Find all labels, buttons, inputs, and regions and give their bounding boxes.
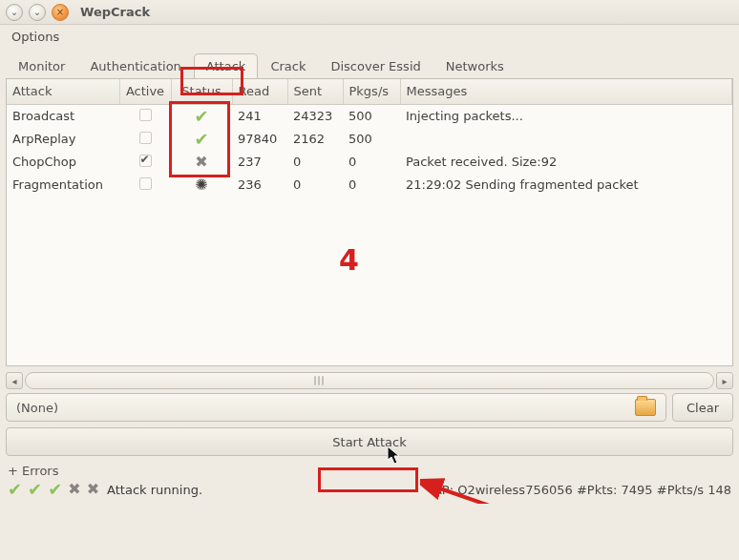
cross-icon: ✖ — [195, 153, 207, 171]
cross-icon: ✖ — [68, 482, 80, 497]
checkbox-icon[interactable] — [139, 109, 152, 121]
check-icon: ✔ — [194, 106, 208, 126]
cell-msg: Injecting packets... — [400, 104, 732, 128]
col-status[interactable]: Status — [171, 79, 232, 104]
tab-crack[interactable]: Crack — [258, 53, 318, 78]
start-attack-button[interactable]: Start Attack — [6, 427, 733, 456]
status-text: Attack running. — [107, 483, 202, 497]
col-messages[interactable]: Messages — [400, 79, 732, 104]
cell-pkgs: 500 — [343, 128, 400, 151]
busy-icon: ✺ — [195, 176, 207, 194]
check-icon: ✔ — [48, 481, 62, 498]
cell-status: ✔ — [171, 104, 232, 128]
cell-read: 241 — [232, 104, 287, 128]
check-icon: ✔ — [194, 129, 208, 149]
close-button[interactable]: × — [52, 4, 69, 21]
scroll-left-button[interactable]: ◂ — [6, 372, 23, 389]
maximize-button[interactable]: ⌄ — [29, 4, 46, 21]
tab-discover-essid[interactable]: Discover Essid — [318, 53, 433, 78]
checkbox-icon[interactable] — [139, 177, 152, 190]
menu-options[interactable]: Options — [6, 27, 65, 47]
cell-attack: Broadcast — [7, 104, 119, 128]
scroll-track[interactable] — [25, 372, 714, 389]
attack-table: Attack Active Status Read Sent Pkgs/s Me… — [6, 78, 733, 366]
cell-attack: ChopChop — [7, 151, 119, 174]
start-attack-label: Start Attack — [332, 435, 406, 449]
tab-strip: Monitor Authentication Attack Crack Disc… — [0, 48, 739, 78]
cell-sent: 2162 — [287, 128, 343, 151]
errors-toggle[interactable]: + Errors — [0, 462, 739, 478]
tab-attack[interactable]: Attack — [194, 53, 259, 78]
table-row[interactable]: Fragmentation ✺ 236 0 0 21:29:02 Sending… — [7, 174, 732, 197]
tab-networks[interactable]: Networks — [433, 53, 517, 78]
menu-bar: Options — [0, 25, 739, 48]
cell-sent: 0 — [287, 174, 343, 197]
cell-active[interactable] — [119, 104, 171, 128]
table-row[interactable]: ArpReplay ✔ 97840 2162 500 — [7, 128, 732, 151]
cross-icon: ✖ — [87, 482, 99, 497]
cell-pkgs: 0 — [343, 174, 400, 197]
folder-icon — [635, 399, 656, 416]
cell-pkgs: 500 — [343, 104, 400, 128]
check-icon: ✔ — [8, 481, 22, 498]
cell-read: 97840 — [232, 128, 287, 151]
col-sent[interactable]: Sent — [287, 79, 343, 104]
cell-sent: 0 — [287, 151, 343, 174]
cell-active[interactable] — [119, 151, 171, 174]
window-title: WepCrack — [80, 5, 150, 19]
checkbox-icon[interactable] — [139, 132, 152, 144]
table-row[interactable]: Broadcast ✔ 241 24323 500 Injecting pack… — [7, 104, 732, 128]
cell-pkgs: 0 — [343, 151, 400, 174]
file-selector[interactable]: (None) — [6, 393, 666, 422]
cell-read: 237 — [232, 151, 287, 174]
cell-attack: ArpReplay — [7, 128, 119, 151]
cell-msg: Packet received. Size:92 — [400, 151, 732, 174]
cell-status: ✔ — [171, 128, 232, 151]
file-label: (None) — [16, 401, 58, 415]
table-header-row: Attack Active Status Read Sent Pkgs/s Me… — [7, 79, 732, 104]
cell-status: ✺ — [171, 174, 232, 197]
status-bar: ✔ ✔ ✔ ✖ ✖ Attack running. AP: O2wireless… — [0, 478, 739, 504]
tab-monitor[interactable]: Monitor — [6, 53, 77, 78]
cell-msg — [400, 128, 732, 151]
cell-attack: Fragmentation — [7, 174, 119, 197]
cell-active[interactable] — [119, 174, 171, 197]
cell-sent: 24323 — [287, 104, 343, 128]
status-icons: ✔ ✔ ✔ ✖ ✖ — [8, 481, 99, 498]
cell-msg: 21:29:02 Sending fragmented packet — [400, 174, 732, 197]
checkbox-icon[interactable] — [139, 155, 152, 167]
col-attack[interactable]: Attack — [7, 79, 119, 104]
horizontal-scrollbar[interactable]: ◂ ▸ — [6, 372, 733, 389]
col-pkgs[interactable]: Pkgs/s — [343, 79, 400, 104]
ap-info: AP: O2wireless756056 #Pkts: 7495 #Pkts/s… — [433, 483, 731, 497]
start-row: Start Attack — [6, 427, 733, 456]
title-bar: ⌄ ⌄ × WepCrack — [0, 0, 739, 25]
col-active[interactable]: Active — [119, 79, 171, 104]
clear-button[interactable]: Clear — [672, 393, 733, 422]
cell-status: ✖ — [171, 151, 232, 174]
cell-read: 236 — [232, 174, 287, 197]
minimize-button[interactable]: ⌄ — [6, 4, 23, 21]
table-row[interactable]: ChopChop ✖ 237 0 0 Packet received. Size… — [7, 151, 732, 174]
cell-active[interactable] — [119, 128, 171, 151]
file-row: (None) Clear — [6, 393, 733, 422]
check-icon: ✔ — [28, 481, 42, 498]
scroll-grip-icon — [314, 376, 324, 385]
tab-authentication[interactable]: Authentication — [77, 53, 193, 78]
scroll-right-button[interactable]: ▸ — [716, 372, 733, 389]
col-read[interactable]: Read — [232, 79, 287, 104]
